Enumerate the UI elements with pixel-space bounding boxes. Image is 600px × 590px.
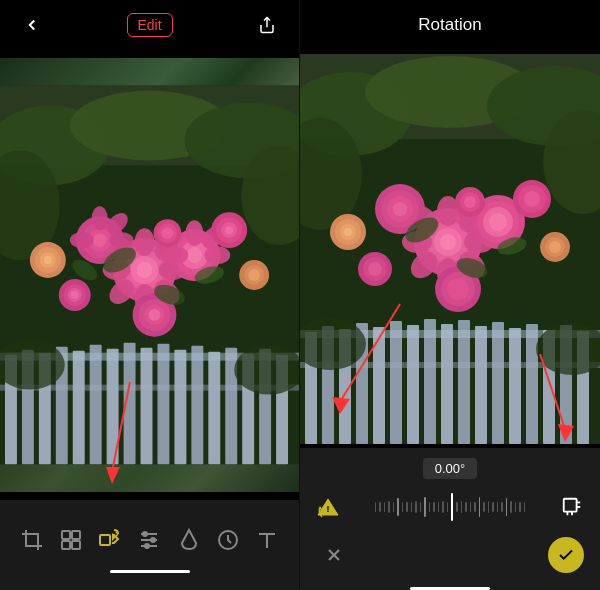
svg-point-33: [137, 262, 153, 278]
bottom-actions: [300, 529, 600, 583]
svg-point-157: [368, 262, 382, 276]
right-header: Rotation: [300, 0, 600, 50]
svg-rect-177: [564, 499, 577, 512]
photo-area-right: [300, 54, 600, 444]
svg-rect-111: [373, 327, 385, 444]
svg-point-94: [143, 532, 147, 536]
svg-point-148: [489, 213, 507, 231]
svg-rect-12: [73, 351, 85, 465]
svg-rect-86: [62, 531, 70, 539]
svg-rect-18: [174, 350, 186, 465]
svg-point-154: [524, 191, 540, 207]
svg-point-83: [248, 269, 260, 281]
rotation-controls: 0.00° !: [300, 448, 600, 590]
svg-rect-89: [72, 541, 80, 549]
svg-point-80: [44, 256, 52, 264]
angle-display: 0.00°: [300, 458, 600, 479]
right-panel: Rotation: [300, 0, 600, 590]
svg-point-46: [92, 206, 108, 230]
svg-point-57: [162, 246, 188, 264]
svg-point-69: [71, 291, 79, 299]
svg-rect-120: [526, 324, 538, 444]
filter-tool[interactable]: [169, 518, 208, 562]
clock-tool[interactable]: [208, 518, 247, 562]
svg-point-48: [110, 232, 134, 248]
share-button[interactable]: [251, 9, 283, 41]
svg-point-56: [204, 246, 230, 264]
layout-tool[interactable]: [51, 518, 90, 562]
rotation-slider[interactable]: [352, 489, 548, 525]
svg-point-61: [149, 309, 161, 321]
svg-point-167: [549, 241, 561, 253]
confirm-button[interactable]: [548, 537, 584, 573]
cancel-button[interactable]: [316, 537, 352, 573]
svg-rect-17: [157, 344, 169, 465]
back-button[interactable]: [16, 9, 48, 41]
rotate-left-button[interactable]: !: [312, 491, 344, 523]
adjust-tool[interactable]: [130, 518, 169, 562]
svg-point-160: [464, 196, 476, 208]
svg-point-144: [393, 202, 407, 216]
svg-point-45: [93, 233, 107, 247]
transform-tool[interactable]: [91, 518, 130, 562]
tool-icons-row: [0, 518, 299, 562]
svg-rect-88: [62, 541, 70, 549]
svg-point-72: [161, 227, 173, 239]
photo-area-left: [0, 58, 299, 492]
svg-point-132: [440, 234, 456, 250]
svg-rect-19: [191, 346, 203, 465]
svg-point-34: [135, 228, 155, 256]
home-indicator-left: [110, 570, 190, 573]
left-panel: Edit: [0, 0, 300, 590]
svg-rect-14: [107, 349, 119, 465]
svg-point-53: [186, 247, 202, 263]
svg-rect-16: [141, 348, 153, 465]
svg-point-49: [70, 232, 94, 248]
crop-aspect-button[interactable]: [556, 491, 588, 523]
toolbar-left: [0, 500, 299, 590]
svg-rect-117: [475, 326, 487, 444]
svg-rect-20: [208, 352, 220, 465]
svg-point-151: [447, 278, 469, 300]
left-header: Edit: [0, 0, 299, 50]
svg-point-96: [145, 544, 149, 548]
svg-point-164: [344, 228, 352, 236]
svg-rect-118: [492, 322, 504, 444]
svg-point-54: [185, 220, 203, 246]
svg-rect-15: [124, 343, 136, 465]
svg-rect-13: [90, 345, 102, 465]
crop-tool[interactable]: [12, 518, 51, 562]
svg-rect-119: [509, 328, 521, 444]
text-tool[interactable]: [248, 518, 287, 562]
slider-row: !: [300, 485, 600, 529]
svg-rect-90: [100, 535, 110, 545]
svg-rect-87: [72, 531, 80, 539]
svg-rect-116: [458, 320, 470, 444]
svg-rect-113: [407, 325, 419, 444]
rotation-title: Rotation: [418, 15, 481, 35]
svg-point-65: [225, 226, 233, 234]
svg-point-95: [151, 538, 155, 542]
svg-text:!: !: [327, 504, 330, 514]
svg-rect-112: [390, 321, 402, 444]
svg-rect-115: [441, 324, 453, 444]
edit-button[interactable]: Edit: [126, 13, 172, 37]
angle-value: 0.00°: [423, 458, 478, 479]
